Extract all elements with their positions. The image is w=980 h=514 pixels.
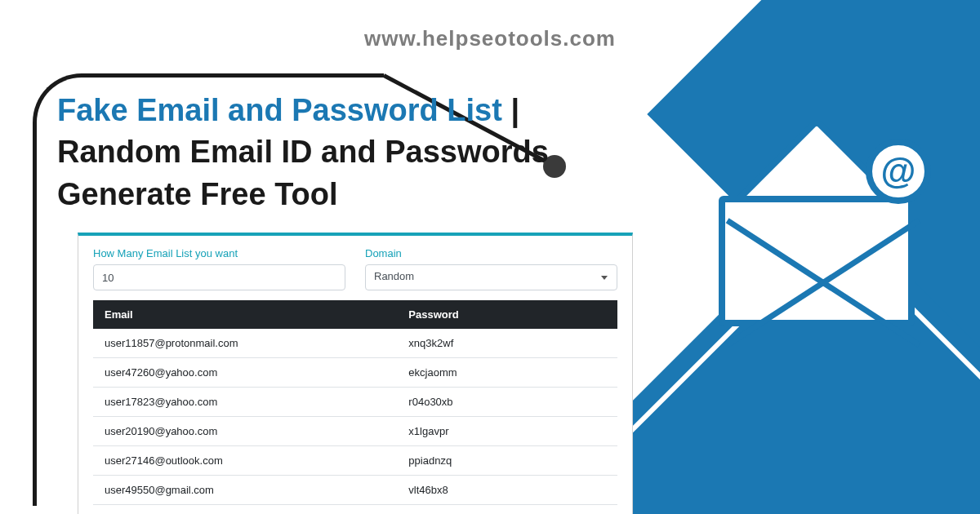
title-line-2b: Generate Free Tool [57, 174, 629, 215]
page-title: Fake Email and Password List | Random Em… [57, 90, 629, 215]
generator-panel: How Many Email List you want Domain Rand… [78, 233, 633, 514]
cell-password: tcq6osdz [397, 505, 617, 515]
table-header-row: Email Password [93, 300, 617, 329]
count-input[interactable] [93, 264, 345, 290]
cell-email: user49550@gmail.com [93, 476, 397, 505]
at-sign-icon: @ [866, 139, 931, 204]
cell-email: user20190@yahoo.com [93, 417, 397, 446]
table-row: user20190@yahoo.comx1lgavpr [93, 417, 617, 446]
table-row: user49550@gmail.comvlt46bx8 [93, 476, 617, 505]
table-row: user27146@outlook.comppiadnzq [93, 446, 617, 476]
title-line-2a: Random Email ID and Passwords [57, 131, 629, 173]
header-password: Password [397, 300, 617, 329]
results-table: Email Password user11857@protonmail.comx… [93, 300, 617, 514]
title-highlight: Fake Email and Password List [57, 93, 502, 127]
table-row: user47260@yahoo.comekcjaomm [93, 358, 617, 388]
cell-password: vlt46bx8 [397, 476, 617, 505]
table-row: user19919@outlook.comtcq6osdz [93, 505, 617, 515]
cell-email: user27146@outlook.com [93, 446, 397, 476]
cell-password: r04o30xb [397, 388, 617, 417]
cell-email: user19919@outlook.com [93, 505, 397, 515]
count-label: How Many Email List you want [93, 247, 345, 259]
table-row: user11857@protonmail.comxnq3k2wf [93, 329, 617, 358]
cell-password: ppiadnzq [397, 446, 617, 476]
cell-password: xnq3k2wf [397, 329, 617, 358]
domain-label: Domain [365, 247, 617, 259]
cell-password: x1lgavpr [397, 417, 617, 446]
cell-email: user11857@protonmail.com [93, 329, 397, 358]
title-separator: | [502, 93, 519, 127]
domain-select[interactable]: Random [365, 264, 617, 290]
cell-password: ekcjaomm [397, 358, 617, 388]
table-row: user17823@yahoo.comr04o30xb [93, 388, 617, 417]
cell-email: user17823@yahoo.com [93, 388, 397, 417]
cell-email: user47260@yahoo.com [93, 358, 397, 388]
header-email: Email [93, 300, 397, 329]
